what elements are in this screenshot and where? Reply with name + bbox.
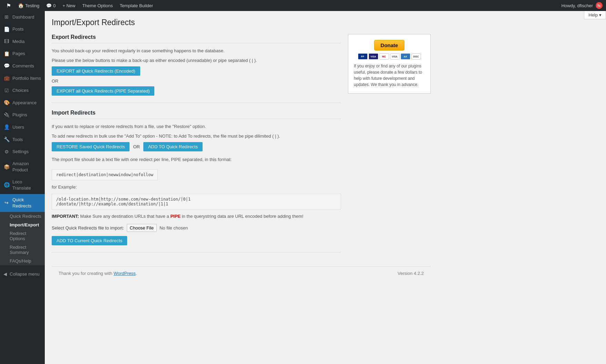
donate-button[interactable]: Donate bbox=[374, 40, 405, 51]
sidebar-label-appearance: Appearance bbox=[12, 100, 37, 106]
sidebar-label-quickredirects: Quick Redirects bbox=[12, 197, 41, 209]
sidebar-item-tools[interactable]: 🔧 Tools bbox=[0, 133, 45, 146]
users-icon: 👤 bbox=[3, 124, 10, 131]
paypal-cards: PP VISA MC VISA AX DISC bbox=[354, 53, 425, 60]
adminbar-template-builder[interactable]: Template Builder bbox=[117, 0, 156, 11]
sidebar-label-portfolio: Portfolio Items bbox=[12, 75, 41, 82]
import-text1: If you want to replace or restore redire… bbox=[52, 123, 341, 130]
important-body1: Make Sure any destination URLs that have… bbox=[80, 214, 171, 219]
export-section-title: Export Redirects bbox=[52, 34, 341, 43]
plugins-icon: 🔌 bbox=[3, 112, 10, 119]
export-text1: You should back-up your redirect regular… bbox=[52, 47, 341, 54]
help-chevron-icon: ▾ bbox=[599, 12, 602, 18]
card-mc: MC bbox=[379, 53, 389, 60]
choose-file-button[interactable]: Choose File bbox=[127, 224, 157, 232]
howdy-text: Howdy, dfischer bbox=[561, 3, 593, 8]
admin-bar: ⚑ 🏠 Testing 💬 0 + New Theme Options Temp… bbox=[0, 0, 606, 11]
sidebar-item-dashboard[interactable]: ⊞ Dashboard bbox=[0, 11, 45, 23]
import-section-title: Import Redirects bbox=[52, 110, 341, 119]
sidebar-label-settings: Settings bbox=[12, 149, 29, 155]
sidebar-item-quickredirects[interactable]: ↪ Quick Redirects bbox=[0, 194, 45, 212]
sidebar-item-users[interactable]: 👤 Users bbox=[0, 121, 45, 133]
export-pipe-button[interactable]: EXPORT all Quick Redirects (PIPE Separat… bbox=[52, 86, 154, 96]
sidebar-item-settings[interactable]: ⚙ Settings bbox=[0, 146, 45, 158]
submenu-redirect-options[interactable]: Redirect Options bbox=[0, 229, 45, 243]
file-label: Select Quick Redirects file to import: bbox=[52, 225, 124, 231]
export-text2: Please use the below buttons to make a b… bbox=[52, 57, 341, 64]
collapse-icon: ◀ bbox=[3, 271, 7, 277]
collapse-menu-button[interactable]: ◀ Collapse menu bbox=[0, 269, 45, 279]
important-body2: in the querystring data are URL encoded … bbox=[182, 214, 304, 219]
sidebar-label-amazon: Amazon Product bbox=[12, 161, 41, 173]
sidebar-item-posts[interactable]: 📄 Posts bbox=[0, 23, 45, 36]
site-name-label: Testing bbox=[25, 3, 39, 8]
sidebar-label-comments: Comments bbox=[12, 63, 34, 69]
wp-wrap: ⊞ Dashboard 📄 Posts 🎞 Media 📋 Pages 💬 Co… bbox=[0, 11, 606, 364]
card-disc: DISC bbox=[411, 53, 421, 60]
sidebar-label-plugins: Plugins bbox=[12, 112, 27, 118]
important-pipe: PIPE bbox=[170, 214, 181, 219]
theme-options-label: Theme Options bbox=[82, 3, 113, 8]
sidebar-label-tools: Tools bbox=[12, 137, 23, 143]
sidebar-item-amazon[interactable]: 📦 Amazon Product bbox=[0, 158, 45, 176]
adminbar-new[interactable]: + New bbox=[60, 0, 78, 11]
main-content: Import/Export Redirects Export Redirects… bbox=[45, 11, 606, 364]
submenu-faqs-help[interactable]: FAQs/Help bbox=[0, 257, 45, 265]
user-avatar[interactable]: fc bbox=[596, 2, 603, 9]
footer-thanks: Thank you for creating with bbox=[59, 271, 114, 276]
sidebar-label-dashboard: Dashboard bbox=[12, 14, 34, 20]
comments-icon: 💬 bbox=[46, 3, 52, 8]
sidebar-label-users: Users bbox=[12, 124, 24, 130]
submenu-redirect-summary[interactable]: Redirect Summary bbox=[0, 243, 45, 257]
help-button[interactable]: Help ▾ bbox=[584, 11, 606, 19]
sidebar-item-loco[interactable]: 🌐 Loco Translate bbox=[0, 176, 45, 194]
add-to-current-button[interactable]: ADD TO Current Quick Redirects bbox=[52, 236, 127, 245]
export-encoded-button[interactable]: EXPORT all Quick Redirects (Encoded) bbox=[52, 66, 140, 76]
dashboard-icon: ⊞ bbox=[3, 14, 10, 21]
sidebar-item-appearance[interactable]: 🎨 Appearance bbox=[0, 97, 45, 109]
sidebar-item-plugins[interactable]: 🔌 Plugins bbox=[0, 109, 45, 121]
posts-icon: 📄 bbox=[3, 26, 10, 33]
sidebar-label-media: Media bbox=[12, 39, 24, 45]
restore-or-row: RESTORE Saved Quick Redirects OR ADD TO … bbox=[52, 142, 341, 151]
submenu-quick-redirects[interactable]: Quick Redirects bbox=[0, 212, 45, 221]
donate-sidebar: Donate PP VISA MC VISA AX DISC If you en… bbox=[348, 34, 431, 259]
content-flex: Export Redirects You should back-up your… bbox=[52, 34, 431, 259]
no-file-text: No file chosen bbox=[160, 225, 188, 231]
sidebar-item-portfolio[interactable]: 💼 Portfolio Items bbox=[0, 72, 45, 85]
tools-icon: 🔧 bbox=[3, 136, 10, 143]
example-label: for Example: bbox=[52, 184, 341, 191]
submenu-import-export[interactable]: Import/Export bbox=[0, 221, 45, 229]
media-icon: 🎞 bbox=[3, 38, 10, 45]
help-button-wrap: Help ▾ bbox=[584, 11, 606, 19]
card-amex: AX bbox=[401, 53, 410, 60]
portfolio-icon: 💼 bbox=[3, 75, 10, 82]
template-builder-label: Template Builder bbox=[120, 3, 153, 8]
adminbar-wp-logo[interactable]: ⚑ bbox=[3, 0, 14, 11]
amazon-icon: 📦 bbox=[3, 164, 10, 171]
new-label: + New bbox=[62, 3, 75, 8]
loco-icon: 🌐 bbox=[3, 182, 10, 189]
adminbar-comments[interactable]: 💬 0 bbox=[43, 0, 58, 11]
quickredirects-icon: ↪ bbox=[3, 200, 10, 206]
sidebar-item-comments[interactable]: 💬 Comments bbox=[0, 60, 45, 72]
adminbar-theme-options[interactable]: Theme Options bbox=[80, 0, 116, 11]
collapse-label: Collapse menu bbox=[10, 271, 40, 277]
sidebar-item-choices[interactable]: ☑ Choices bbox=[0, 85, 45, 97]
code-example-line1: /old-location.htm|http://some.com/new-de… bbox=[56, 197, 337, 202]
code-example: /old-location.htm|http://some.com/new-de… bbox=[52, 194, 341, 210]
section-divider-1 bbox=[52, 103, 341, 103]
pages-icon: 📋 bbox=[3, 51, 10, 57]
site-icon: 🏠 bbox=[18, 3, 24, 8]
appearance-icon: 🎨 bbox=[3, 99, 10, 106]
restore-button[interactable]: RESTORE Saved Quick Redirects bbox=[52, 142, 130, 151]
footer-wp-link[interactable]: WordPress bbox=[114, 271, 136, 276]
choices-icon: ☑ bbox=[3, 87, 10, 94]
adminbar-site-name[interactable]: 🏠 Testing bbox=[15, 0, 42, 11]
donate-box: Donate PP VISA MC VISA AX DISC If you en… bbox=[348, 34, 431, 94]
sidebar-label-pages: Pages bbox=[12, 51, 25, 57]
sidebar-item-media[interactable]: 🎞 Media bbox=[0, 35, 45, 48]
add-to-button[interactable]: ADD TO Quick Redirects bbox=[143, 142, 203, 151]
sidebar-item-pages[interactable]: 📋 Pages bbox=[0, 48, 45, 60]
card-visa2: VISA bbox=[390, 53, 400, 60]
